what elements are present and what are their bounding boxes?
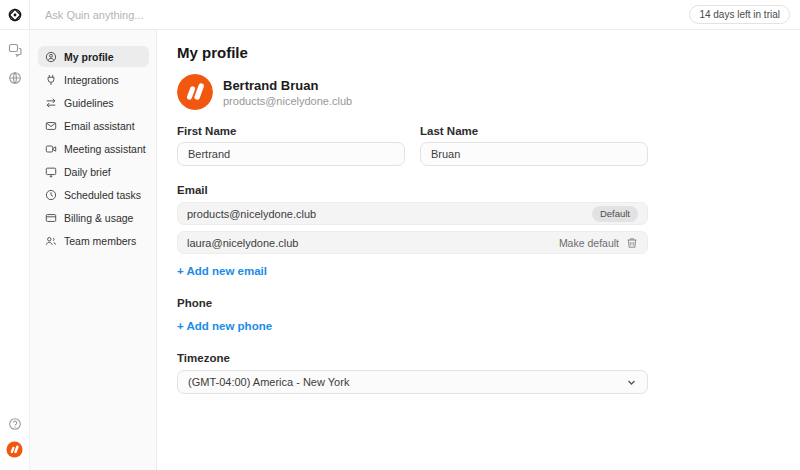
avatar: [177, 74, 213, 110]
make-default-button[interactable]: Make default: [559, 237, 619, 249]
topbar: 14 days left in trial: [0, 0, 800, 30]
arrows-swap-icon: [45, 97, 57, 109]
settings-sidebar: My profile Integrations Guidelines: [30, 30, 157, 470]
plug-icon: [45, 74, 57, 86]
sidebar-item-label: Scheduled tasks: [64, 189, 141, 201]
sidebar-item-scheduled-tasks[interactable]: Scheduled tasks: [38, 184, 149, 205]
timezone-section: Timezone (GMT-04:00) America - New York: [177, 352, 648, 394]
profile-header: Bertrand Bruan products@nicelydone.club: [177, 74, 648, 110]
add-new-email-link[interactable]: + Add new email: [177, 265, 267, 277]
sidebar-item-integrations[interactable]: Integrations: [38, 69, 149, 90]
main-panel: My profile Bertrand Bruan products@nicel…: [157, 30, 800, 470]
email-row-default: products@nicelydone.club Default: [177, 202, 648, 225]
email-row-secondary: laura@nicelydone.club Make default: [177, 231, 648, 254]
credit-card-icon: [45, 212, 57, 224]
first-name-label: First Name: [177, 125, 405, 137]
email-address: laura@nicelydone.club: [187, 237, 298, 249]
sidebar-item-label: Meeting assistant: [64, 143, 146, 155]
help-icon[interactable]: [8, 417, 22, 431]
sidebar-item-label: Billing & usage: [64, 212, 133, 224]
phone-section-label: Phone: [177, 297, 648, 309]
sidebar-item-daily-brief[interactable]: Daily brief: [38, 161, 149, 182]
sidebar-item-my-profile[interactable]: My profile: [38, 46, 149, 67]
global-search: [30, 0, 689, 29]
sidebar-item-label: Integrations: [64, 74, 119, 86]
default-badge: Default: [592, 206, 638, 222]
chevron-down-icon: [626, 377, 637, 388]
envelope-icon: [45, 120, 57, 132]
sidebar-item-team-members[interactable]: Team members: [38, 230, 149, 251]
timezone-value: (GMT-04:00) America - New York: [188, 376, 349, 388]
add-new-phone-link[interactable]: + Add new phone: [177, 320, 272, 332]
email-section-label: Email: [177, 184, 648, 196]
name-form: First Name Last Name: [177, 125, 648, 166]
quin-logo-icon: [7, 7, 23, 23]
trash-icon[interactable]: [626, 237, 638, 249]
email-address: products@nicelydone.club: [187, 208, 316, 220]
profile-email: products@nicelydone.club: [223, 95, 352, 107]
icon-rail: [0, 30, 30, 470]
profile-name: Bertrand Bruan: [223, 78, 352, 93]
sidebar-item-label: Daily brief: [64, 166, 111, 178]
sidebar-item-meeting-assistant[interactable]: Meeting assistant: [38, 138, 149, 159]
video-camera-icon: [45, 143, 57, 155]
user-circle-icon: [45, 51, 57, 63]
app-window: 14 days left in trial: [0, 0, 800, 470]
phone-section: Phone + Add new phone: [177, 297, 648, 334]
search-input[interactable]: [45, 9, 689, 21]
brand-logo-icon[interactable]: [6, 441, 23, 458]
first-name-field[interactable]: [177, 142, 405, 166]
sidebar-item-label: Email assistant: [64, 120, 135, 132]
team-icon: [45, 235, 57, 247]
sidebar-item-billing-usage[interactable]: Billing & usage: [38, 207, 149, 228]
sidebar-item-guidelines[interactable]: Guidelines: [38, 92, 149, 113]
sidebar-item-label: Team members: [64, 235, 136, 247]
trial-badge: 14 days left in trial: [689, 5, 790, 24]
chats-icon[interactable]: [8, 43, 22, 57]
last-name-field[interactable]: [420, 142, 648, 166]
sidebar-item-label: Guidelines: [64, 97, 114, 109]
globe-icon[interactable]: [8, 71, 22, 85]
email-section: Email products@nicelydone.club Default l…: [177, 184, 648, 279]
last-name-label: Last Name: [420, 125, 648, 137]
app-logo[interactable]: [0, 0, 30, 29]
sidebar-item-label: My profile: [64, 51, 114, 63]
page-title: My profile: [177, 44, 648, 61]
timezone-select[interactable]: (GMT-04:00) America - New York: [177, 370, 648, 394]
display-icon: [45, 166, 57, 178]
sidebar-item-email-assistant[interactable]: Email assistant: [38, 115, 149, 136]
timezone-section-label: Timezone: [177, 352, 648, 364]
clock-icon: [45, 189, 57, 201]
